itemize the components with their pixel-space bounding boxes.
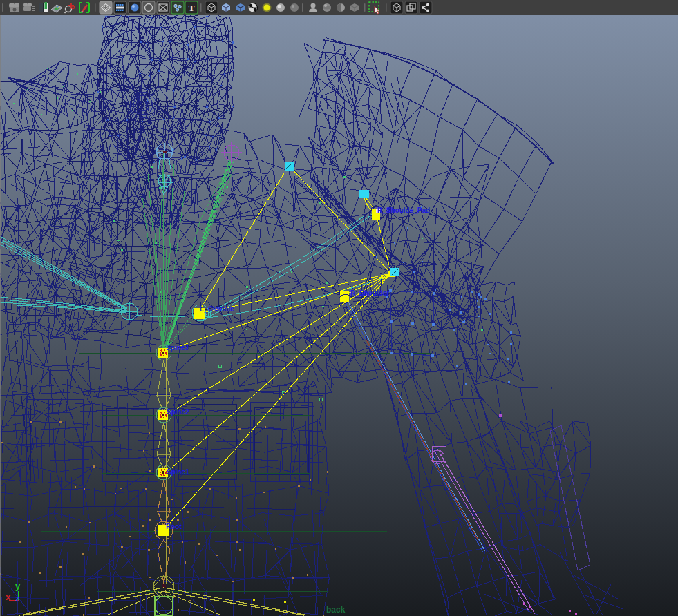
svg-text:Root: Root (166, 523, 182, 530)
svg-text:back: back (326, 605, 346, 615)
svg-text:T: T (189, 3, 195, 13)
svg-text:R_Shoulder: R_Shoulder (350, 289, 389, 297)
svg-text:Spine3: Spine3 (166, 344, 189, 352)
svg-text:z: z (15, 593, 20, 604)
svg-text:Spine2: Spine2 (167, 408, 189, 416)
svg-text:L_Clavicle: L_Clavicle (200, 305, 234, 313)
svg-text:Spine1: Spine1 (167, 468, 189, 476)
svg-text:R_Shoulde_Pad: R_Shoulde_Pad (377, 206, 430, 214)
svg-text:y: y (15, 581, 21, 591)
